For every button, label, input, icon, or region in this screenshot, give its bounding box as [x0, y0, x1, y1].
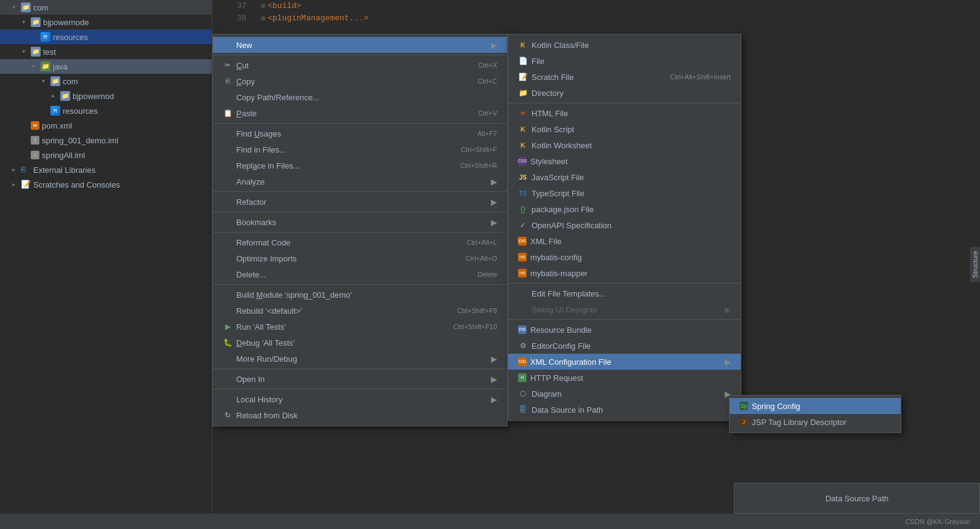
menu-item-paste[interactable]: 📋 Paste Ctrl+V	[213, 105, 507, 121]
submenu-item-xml-file[interactable]: XML XML File	[508, 233, 741, 249]
menu-item-bookmarks[interactable]: Bookmarks ▶	[213, 214, 507, 230]
kotlin-worksheet-icon: K	[518, 140, 528, 150]
submenu-item-mybatis-mapper[interactable]: mb mybatis-mapper	[508, 265, 741, 281]
menu-item-delete[interactable]: Delete... Delete	[213, 266, 507, 282]
menu-separator	[508, 283, 741, 284]
menu-item-reformat[interactable]: Reformat Code Ctrl+Alt+L	[213, 234, 507, 250]
submenu-item-swing-ui[interactable]: Swing UI Designer ▶	[508, 301, 741, 317]
submenu-item-resource-bundle[interactable]: RB Resource Bundle	[508, 322, 741, 338]
menu-item-cut[interactable]: ✂ Cut Ctrl+X	[213, 57, 507, 73]
menu-item-label: New	[236, 41, 488, 50]
datasource-icon: 🗄	[518, 405, 528, 415]
submenu-item-html[interactable]: H HTML File	[508, 105, 741, 121]
tree-item-pomxml[interactable]: ▸ m pom.xml	[0, 118, 212, 133]
submenu-label: Kotlin Class/File	[532, 41, 589, 50]
menu-item-rebuild[interactable]: Rebuild '<default>' Ctrl+Shift+F9	[213, 303, 507, 319]
tree-item-test[interactable]: ▾ 📁 test	[0, 44, 212, 59]
submenu-item-scratch-file[interactable]: 📝 Scratch File Ctrl+Alt+Shift+Insert	[508, 69, 741, 85]
tree-item-java[interactable]: ▾ 📁 java	[0, 59, 212, 74]
copy-icon: ⎘	[223, 76, 233, 86]
tree-item-scratches[interactable]: ▸ 📝 Scratches and Consoles	[0, 177, 212, 192]
submenu-item-kotlin-worksheet[interactable]: K Kotlin Worksheet	[508, 137, 741, 153]
submenu-item-editorconfig[interactable]: ⚙ EditorConfig File	[508, 338, 741, 354]
kotlin-icon: K	[518, 40, 528, 50]
menu-item-run-tests[interactable]: ▶ Run 'All Tests' Ctrl+Shift+F10	[213, 319, 507, 335]
submenu-item-edit-templates[interactable]: Edit File Templates...	[508, 285, 741, 301]
tree-item-bjpowernode[interactable]: ▾ 📁 bjpowernode	[0, 15, 212, 30]
submenu-item-typescript[interactable]: TS TypeScript File	[508, 185, 741, 201]
menu-item-label: Refactor	[236, 197, 488, 207]
submenu-label: JSP Tag Library Descriptor	[752, 418, 847, 427]
html-icon: H	[518, 108, 528, 118]
reload-icon: ↻	[223, 410, 233, 420]
menu-item-copy[interactable]: ⎘ Copy Ctrl+C	[213, 73, 507, 89]
tree-item-com2[interactable]: ▾ 📁 com	[0, 74, 212, 89]
tree-item-resources2[interactable]: ▸ R resources	[0, 103, 212, 118]
tree-item-com[interactable]: ▾ 📁 com	[0, 0, 212, 15]
menu-item-debug-tests[interactable]: 🐛 Debug 'All Tests'	[213, 335, 507, 351]
submenu-item-datasource[interactable]: 🗄 Data Source in Path	[508, 402, 741, 418]
tree-item-spring001iml[interactable]: ▸ i spring_001_demo.iml	[0, 133, 212, 148]
tree-item-external-libraries[interactable]: ▸ ⎘ External Libraries	[0, 162, 212, 177]
submenu-arrow: ▶	[725, 357, 731, 367]
submenu-xml-config: Sp Spring Config J JSP Tag Library Descr…	[729, 395, 901, 433]
tree-label: springAll.iml	[42, 151, 85, 160]
submenu-arrow: ▶	[491, 41, 497, 50]
data-source-path-panel: Data Source Path	[734, 483, 980, 514]
menu-item-build-module[interactable]: Build Module 'spring_001_demo'	[213, 287, 507, 303]
structure-tab[interactable]: Structure	[970, 247, 980, 282]
submenu-item-directory[interactable]: 📁 Directory	[508, 85, 741, 101]
menu-item-refactor[interactable]: Refactor ▶	[213, 194, 507, 210]
shortcut: Ctrl+V	[478, 109, 497, 117]
tree-item-resources[interactable]: ▸ R resources	[0, 30, 212, 44]
data-source-path-label: Data Source Path	[826, 494, 889, 503]
xml-config-icon: XML	[518, 357, 527, 366]
shortcut: Ctrl+C	[478, 78, 497, 85]
expand-arrow: ▾	[42, 78, 49, 85]
menu-separator	[213, 55, 507, 55]
tree-label: java	[53, 62, 68, 71]
menu-item-open-in[interactable]: Open In ▶	[213, 371, 507, 387]
submenu-item-javascript[interactable]: JS JavaScript File	[508, 169, 741, 185]
submenu-arrow: ▶	[491, 354, 497, 364]
submenu-item-diagram[interactable]: ⬡ Diagram ▶	[508, 386, 741, 402]
submenu-item-package-json[interactable]: {} package.json File	[508, 201, 741, 217]
submenu-label: Resource Bundle	[530, 325, 592, 335]
submenu-item-mybatis-config[interactable]: mb mybatis-config	[508, 249, 741, 265]
xml-file-icon: m	[31, 121, 39, 130]
analyze-icon	[223, 177, 233, 186]
menu-separator	[213, 212, 507, 212]
menu-item-local-history[interactable]: Local History ▶	[213, 391, 507, 407]
submenu-item-xml-config[interactable]: XML XML Configuration File ▶	[508, 354, 741, 370]
tree-label: resources	[63, 106, 98, 116]
submenu-item-kotlin-class[interactable]: K Kotlin Class/File	[508, 37, 741, 53]
shortcut: Delete	[477, 271, 497, 278]
menu-item-optimize-imports[interactable]: Optimize Imports Ctrl+Alt+O	[213, 250, 507, 266]
menu-item-find-in-files[interactable]: Find in Files... Ctrl+Shift+F	[213, 141, 507, 157]
tree-item-springalliml[interactable]: ▸ i springAll.iml	[0, 148, 212, 162]
submenu-label: mybatis-mapper	[530, 269, 588, 278]
jsp-icon: J	[739, 418, 748, 426]
copy-path-icon	[223, 92, 233, 102]
submenu-item-openapi[interactable]: ✓ OpenAPI Specification	[508, 217, 741, 233]
replace-files-icon	[223, 161, 233, 170]
menu-item-find-usages[interactable]: Find Usages Alt+F7	[213, 125, 507, 141]
menu-item-new[interactable]: New ▶	[213, 37, 507, 53]
menu-item-replace-in-files[interactable]: Replace in Files... Ctrl+Shift+R	[213, 157, 507, 173]
submenu-item-jsp-tag[interactable]: J JSP Tag Library Descriptor	[730, 414, 901, 430]
menu-item-label: Replace in Files...	[236, 161, 448, 170]
menu-item-reload-disk[interactable]: ↻ Reload from Disk	[213, 407, 507, 423]
menu-item-copy-path[interactable]: Copy Path/Reference...	[213, 89, 507, 105]
submenu-item-kotlin-script[interactable]: K Kotlin Script	[508, 121, 741, 137]
menu-item-label: Paste	[236, 109, 466, 118]
mybatis-mapper-icon: mb	[518, 269, 527, 277]
submenu-arrow: ▶	[491, 177, 497, 186]
submenu-item-spring-config[interactable]: Sp Spring Config	[730, 398, 901, 414]
menu-item-analyze[interactable]: Analyze ▶	[213, 173, 507, 189]
tree-item-bjpowernod[interactable]: ▸ 📁 bjpowernod	[0, 89, 212, 103]
refactor-icon	[223, 197, 233, 207]
submenu-item-file[interactable]: 📄 File	[508, 53, 741, 69]
menu-item-more-run-debug[interactable]: More Run/Debug ▶	[213, 351, 507, 367]
submenu-item-http-request[interactable]: H HTTP Request	[508, 370, 741, 386]
submenu-item-stylesheet[interactable]: CSS Stylesheet	[508, 153, 741, 169]
